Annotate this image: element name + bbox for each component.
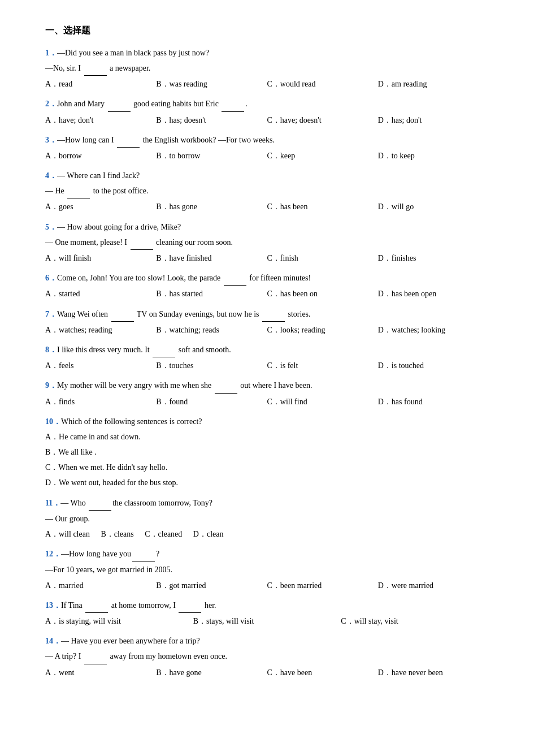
- q8-number: 8．: [45, 345, 57, 354]
- q4-line2: — He to the post office.: [45, 187, 149, 195]
- q7-opt-b: B．watching; reads: [156, 323, 267, 337]
- question-12: 12．—How long have you ? —For 10 years, w…: [45, 547, 489, 593]
- q3-options: A．borrow B．to borrow C．keep D．to keep: [45, 149, 489, 163]
- q6-opt-b: B．has started: [156, 287, 267, 301]
- q11-number: 11．: [45, 499, 60, 507]
- q8-opt-c: C．is felt: [267, 358, 378, 373]
- q10-line1: Which of the following sentences is corr…: [61, 417, 202, 426]
- q4-opt-b: B．has gone: [156, 200, 267, 214]
- q1-blank: [84, 61, 107, 76]
- q5-number: 5．: [45, 223, 57, 231]
- question-13: 13．If Tina at home tomorrow, I her. A．is…: [45, 598, 489, 628]
- q14-opt-a: A．went: [45, 666, 156, 680]
- q6-blank: [224, 271, 246, 286]
- q9-opt-a: A．finds: [45, 395, 156, 409]
- q11-opt-d: D．clean: [193, 530, 224, 538]
- q10-number: 10．: [45, 417, 61, 426]
- q1-opt-d: D．am reading: [378, 77, 489, 91]
- q6-opt-a: A．started: [45, 287, 156, 301]
- q1-opt-c: C．would read: [267, 77, 378, 91]
- q13-number: 13．: [45, 601, 61, 610]
- q9-opt-b: B．found: [156, 395, 267, 409]
- q2-opt-b: B．has; doesn't: [156, 113, 267, 127]
- q5-options: A．will finish B．have finished C．finish D…: [45, 251, 489, 265]
- q3-opt-a: A．borrow: [45, 149, 156, 163]
- q2-blank1: [108, 97, 131, 111]
- q7-blank1: [111, 307, 134, 322]
- q2-options: A．have; don't B．has; doesn't C．have; doe…: [45, 113, 489, 127]
- q5-opt-b: B．have finished: [156, 251, 267, 265]
- question-11: 11．— Who the classroom tomorrow, Tony? —…: [45, 496, 489, 542]
- q12-opt-a: A．married: [45, 578, 156, 593]
- q12-blank: [132, 547, 155, 561]
- q2-number: 2．: [45, 100, 57, 108]
- q9-number: 9．: [45, 381, 57, 390]
- q12-options: A．married B．got married C．been married D…: [45, 578, 489, 593]
- q9-line1: My mother will be very angry with me whe…: [57, 381, 312, 390]
- q10-opt-c: C．When we met. He didn't say hello.: [45, 460, 489, 474]
- q12-number: 12．: [45, 550, 61, 558]
- q4-line1: — Where can I find Jack?: [57, 171, 140, 180]
- q1-options: A．read B．was reading C．would read D．am r…: [45, 77, 489, 91]
- q2-opt-a: A．have; don't: [45, 113, 156, 127]
- q13-options: A．is staying, will visit B．stays, will v…: [45, 614, 489, 628]
- q2-blank2: [222, 97, 244, 111]
- q13-blank2: [179, 598, 201, 613]
- q13-blank1: [85, 598, 108, 613]
- q11-opt-c: C．cleaned: [145, 530, 182, 538]
- question-8: 8．I like this dress very much. It soft a…: [45, 343, 489, 373]
- q12-line2: —For 10 years, we got married in 2005.: [45, 563, 489, 577]
- q3-line1: —How long can I the English workbook? —F…: [57, 136, 275, 144]
- q3-blank: [117, 133, 140, 148]
- question-9: 9．My mother will be very angry with me w…: [45, 378, 489, 408]
- q10-opt-a: A．He came in and sat down.: [45, 430, 489, 444]
- q8-options: A．feels B．touches C．is felt D．is touched: [45, 358, 489, 373]
- q4-opt-d: D．will go: [378, 200, 489, 214]
- question-1: 1．—Did you see a man in black pass by ju…: [45, 46, 489, 92]
- q13-opt-c: C．will stay, visit: [341, 614, 489, 628]
- q3-opt-b: B．to borrow: [156, 149, 267, 163]
- q12-opt-b: B．got married: [156, 578, 267, 593]
- q11-blank: [89, 496, 111, 511]
- q5-blank: [131, 235, 153, 250]
- q4-opt-a: A．goes: [45, 200, 156, 214]
- q7-number: 7．: [45, 310, 57, 318]
- q4-number: 4．: [45, 171, 57, 180]
- q2-line1: John and Mary good eating habits but Eri…: [57, 100, 248, 108]
- q5-opt-c: C．finish: [267, 251, 378, 265]
- q4-opt-c: C．has been: [267, 200, 378, 214]
- q3-opt-c: C．keep: [267, 149, 378, 163]
- q12-opt-c: C．been married: [267, 578, 378, 593]
- question-5: 5．— How about going for a drive, Mike? —…: [45, 220, 489, 266]
- q1-opt-a: A．read: [45, 77, 156, 91]
- q14-blank: [84, 649, 107, 664]
- q14-number: 14．: [45, 637, 61, 645]
- q14-opt-c: C．have been: [267, 666, 378, 680]
- question-10: 10．Which of the following sentences is c…: [45, 414, 489, 490]
- q4-blank: [67, 184, 90, 198]
- q10-opt-b: B．We all like .: [45, 445, 489, 459]
- q9-opt-c: C．will find: [267, 395, 378, 409]
- q5-opt-a: A．will finish: [45, 251, 156, 265]
- q3-opt-d: D．to keep: [378, 149, 489, 163]
- q8-opt-a: A．feels: [45, 358, 156, 373]
- q5-opt-d: D．finishes: [378, 251, 489, 265]
- q13-opt-b: B．stays, will visit: [193, 614, 341, 628]
- q7-opt-c: C．looks; reading: [267, 323, 378, 337]
- q9-opt-d: D．has found: [378, 395, 489, 409]
- q6-opt-c: C．has been on: [267, 287, 378, 301]
- q10-opt-d: D．We went out, headed for the bus stop.: [45, 476, 489, 490]
- q7-options: A．watches; reading B．watching; reads C．l…: [45, 323, 489, 337]
- q12-opt-d: D．were married: [378, 578, 489, 593]
- q6-number: 6．: [45, 274, 57, 282]
- q14-opt-d: D．have never been: [378, 666, 489, 680]
- q5-line1: — How about going for a drive, Mike?: [57, 223, 181, 231]
- question-4: 4．— Where can I find Jack? — He to the p…: [45, 169, 489, 214]
- q1-line2: —No, sir. I a newspaper.: [45, 64, 150, 72]
- q6-opt-d: D．has been open: [378, 287, 489, 301]
- q9-options: A．finds B．found C．will find D．has found: [45, 395, 489, 409]
- q6-line1: Come on, John! You are too slow! Look, t…: [57, 274, 311, 282]
- q5-line2: — One moment, please! I cleaning our roo…: [45, 238, 233, 247]
- section-title: 一、选择题: [45, 23, 489, 39]
- q12-line1: —How long have you ?: [61, 550, 159, 558]
